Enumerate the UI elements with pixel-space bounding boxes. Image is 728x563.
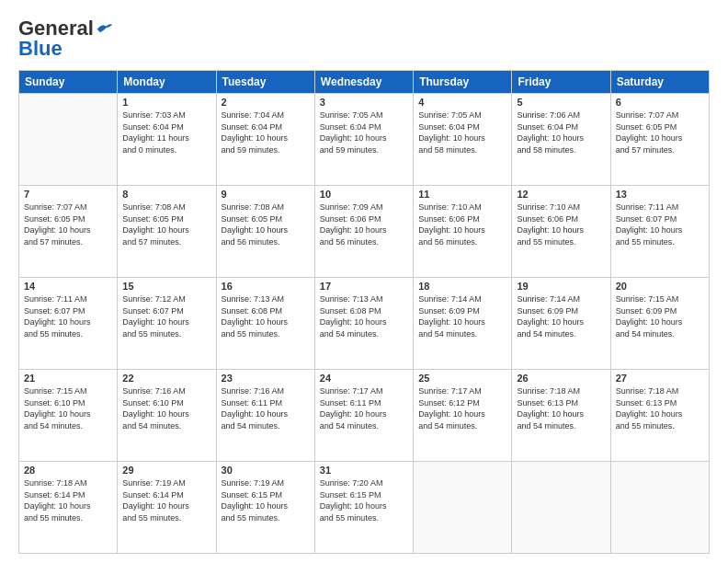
logo-blue: Blue: [18, 37, 63, 61]
weekday-header: Monday: [118, 71, 216, 94]
calendar-cell: 1Sunrise: 7:03 AM Sunset: 6:04 PM Daylig…: [118, 94, 216, 186]
day-number: 7: [24, 189, 112, 200]
calendar-week-row: 21Sunrise: 7:15 AM Sunset: 6:10 PM Dayli…: [19, 370, 710, 462]
day-info: Sunrise: 7:07 AM Sunset: 6:05 PM Dayligh…: [616, 109, 704, 155]
day-info: Sunrise: 7:04 AM Sunset: 6:04 PM Dayligh…: [222, 109, 310, 155]
day-info: Sunrise: 7:19 AM Sunset: 6:15 PM Dayligh…: [222, 477, 310, 523]
day-info: Sunrise: 7:08 AM Sunset: 6:05 PM Dayligh…: [222, 201, 310, 247]
calendar-cell: 17Sunrise: 7:13 AM Sunset: 6:08 PM Dayli…: [314, 278, 413, 370]
calendar-cell: 14Sunrise: 7:11 AM Sunset: 6:07 PM Dayli…: [19, 278, 118, 370]
calendar-cell: 22Sunrise: 7:16 AM Sunset: 6:10 PM Dayli…: [118, 370, 216, 462]
day-info: Sunrise: 7:18 AM Sunset: 6:13 PM Dayligh…: [517, 385, 605, 431]
calendar-cell: 21Sunrise: 7:15 AM Sunset: 6:10 PM Dayli…: [19, 370, 118, 462]
day-number: 4: [418, 97, 506, 108]
day-number: 1: [122, 97, 210, 108]
calendar-cell: 5Sunrise: 7:06 AM Sunset: 6:04 PM Daylig…: [512, 94, 610, 186]
day-info: Sunrise: 7:10 AM Sunset: 6:06 PM Dayligh…: [517, 201, 605, 247]
weekday-header: Friday: [512, 71, 610, 94]
day-number: 30: [222, 465, 310, 476]
calendar-cell: 10Sunrise: 7:09 AM Sunset: 6:06 PM Dayli…: [314, 186, 413, 278]
day-number: 21: [24, 373, 112, 384]
day-number: 10: [320, 189, 408, 200]
day-number: 14: [24, 281, 112, 292]
calendar-cell: 12Sunrise: 7:10 AM Sunset: 6:06 PM Dayli…: [512, 186, 610, 278]
calendar-cell: 13Sunrise: 7:11 AM Sunset: 6:07 PM Dayli…: [610, 186, 709, 278]
day-number: 22: [122, 373, 210, 384]
day-number: 5: [517, 97, 605, 108]
day-info: Sunrise: 7:11 AM Sunset: 6:07 PM Dayligh…: [616, 201, 704, 247]
day-number: 17: [320, 281, 408, 292]
calendar-cell: 25Sunrise: 7:17 AM Sunset: 6:12 PM Dayli…: [414, 370, 512, 462]
day-info: Sunrise: 7:11 AM Sunset: 6:07 PM Dayligh…: [24, 293, 112, 339]
calendar-week-row: 28Sunrise: 7:18 AM Sunset: 6:14 PM Dayli…: [19, 462, 710, 554]
day-number: 8: [122, 189, 210, 200]
day-info: Sunrise: 7:13 AM Sunset: 6:08 PM Dayligh…: [320, 293, 408, 339]
calendar-cell: [610, 462, 709, 554]
calendar-cell: [19, 94, 118, 186]
day-info: Sunrise: 7:17 AM Sunset: 6:12 PM Dayligh…: [418, 385, 506, 431]
day-info: Sunrise: 7:20 AM Sunset: 6:15 PM Dayligh…: [320, 477, 408, 523]
day-number: 15: [122, 281, 210, 292]
calendar-cell: 15Sunrise: 7:12 AM Sunset: 6:07 PM Dayli…: [118, 278, 216, 370]
day-info: Sunrise: 7:07 AM Sunset: 6:05 PM Dayligh…: [24, 201, 112, 247]
weekday-header: Wednesday: [314, 71, 413, 94]
day-number: 25: [418, 373, 506, 384]
calendar-cell: 27Sunrise: 7:18 AM Sunset: 6:13 PM Dayli…: [610, 370, 709, 462]
calendar-week-row: 1Sunrise: 7:03 AM Sunset: 6:04 PM Daylig…: [19, 94, 710, 186]
header: General Blue: [18, 17, 710, 61]
calendar-cell: 28Sunrise: 7:18 AM Sunset: 6:14 PM Dayli…: [19, 462, 118, 554]
calendar-cell: 2Sunrise: 7:04 AM Sunset: 6:04 PM Daylig…: [216, 94, 314, 186]
logo-bird-icon: [96, 21, 114, 36]
calendar-cell: 4Sunrise: 7:05 AM Sunset: 6:04 PM Daylig…: [414, 94, 512, 186]
calendar-table: SundayMondayTuesdayWednesdayThursdayFrid…: [18, 70, 710, 554]
page: General Blue SundayMondayTuesdayWednesda…: [0, 0, 728, 563]
day-number: 28: [24, 465, 112, 476]
weekday-header: Sunday: [19, 71, 118, 94]
day-info: Sunrise: 7:19 AM Sunset: 6:14 PM Dayligh…: [122, 477, 210, 523]
day-number: 13: [616, 189, 704, 200]
day-info: Sunrise: 7:10 AM Sunset: 6:06 PM Dayligh…: [418, 201, 506, 247]
calendar-cell: 23Sunrise: 7:16 AM Sunset: 6:11 PM Dayli…: [216, 370, 314, 462]
calendar-cell: 24Sunrise: 7:17 AM Sunset: 6:11 PM Dayli…: [314, 370, 413, 462]
day-info: Sunrise: 7:03 AM Sunset: 6:04 PM Dayligh…: [122, 109, 210, 155]
day-info: Sunrise: 7:09 AM Sunset: 6:06 PM Dayligh…: [320, 201, 408, 247]
calendar-cell: 16Sunrise: 7:13 AM Sunset: 6:08 PM Dayli…: [216, 278, 314, 370]
calendar-cell: 11Sunrise: 7:10 AM Sunset: 6:06 PM Dayli…: [414, 186, 512, 278]
day-info: Sunrise: 7:15 AM Sunset: 6:09 PM Dayligh…: [616, 293, 704, 339]
day-info: Sunrise: 7:14 AM Sunset: 6:09 PM Dayligh…: [418, 293, 506, 339]
calendar-cell: 20Sunrise: 7:15 AM Sunset: 6:09 PM Dayli…: [610, 278, 709, 370]
day-number: 2: [222, 97, 310, 108]
day-info: Sunrise: 7:08 AM Sunset: 6:05 PM Dayligh…: [122, 201, 210, 247]
day-number: 6: [616, 97, 704, 108]
day-info: Sunrise: 7:16 AM Sunset: 6:10 PM Dayligh…: [122, 385, 210, 431]
day-number: 11: [418, 189, 506, 200]
day-number: 23: [222, 373, 310, 384]
day-number: 24: [320, 373, 408, 384]
weekday-header: Saturday: [610, 71, 709, 94]
day-number: 16: [222, 281, 310, 292]
day-number: 27: [616, 373, 704, 384]
day-number: 26: [517, 373, 605, 384]
weekday-header: Tuesday: [216, 71, 314, 94]
day-number: 12: [517, 189, 605, 200]
day-info: Sunrise: 7:15 AM Sunset: 6:10 PM Dayligh…: [24, 385, 112, 431]
day-info: Sunrise: 7:12 AM Sunset: 6:07 PM Dayligh…: [122, 293, 210, 339]
day-info: Sunrise: 7:18 AM Sunset: 6:13 PM Dayligh…: [616, 385, 704, 431]
calendar-cell: 26Sunrise: 7:18 AM Sunset: 6:13 PM Dayli…: [512, 370, 610, 462]
day-info: Sunrise: 7:16 AM Sunset: 6:11 PM Dayligh…: [222, 385, 310, 431]
calendar-week-row: 14Sunrise: 7:11 AM Sunset: 6:07 PM Dayli…: [19, 278, 710, 370]
calendar-cell: 29Sunrise: 7:19 AM Sunset: 6:14 PM Dayli…: [118, 462, 216, 554]
calendar-header-row: SundayMondayTuesdayWednesdayThursdayFrid…: [19, 71, 710, 94]
day-number: 3: [320, 97, 408, 108]
day-number: 18: [418, 281, 506, 292]
calendar-cell: [512, 462, 610, 554]
calendar-week-row: 7Sunrise: 7:07 AM Sunset: 6:05 PM Daylig…: [19, 186, 710, 278]
day-number: 9: [222, 189, 310, 200]
calendar-cell: 19Sunrise: 7:14 AM Sunset: 6:09 PM Dayli…: [512, 278, 610, 370]
calendar-cell: 7Sunrise: 7:07 AM Sunset: 6:05 PM Daylig…: [19, 186, 118, 278]
day-info: Sunrise: 7:05 AM Sunset: 6:04 PM Dayligh…: [320, 109, 408, 155]
day-info: Sunrise: 7:14 AM Sunset: 6:09 PM Dayligh…: [517, 293, 605, 339]
logo: General Blue: [18, 17, 114, 61]
day-number: 29: [122, 465, 210, 476]
calendar-cell: [414, 462, 512, 554]
